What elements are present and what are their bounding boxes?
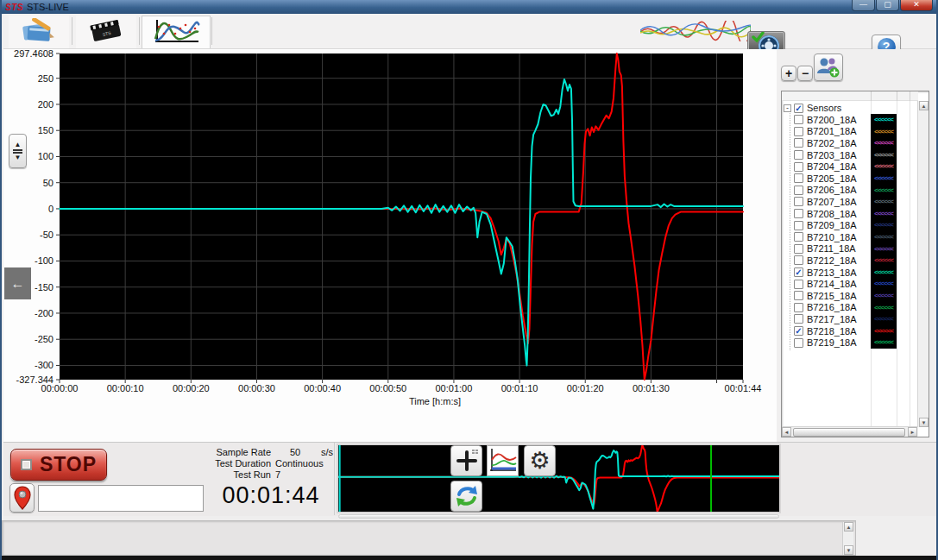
sensor-row[interactable]: B7211_18A: [794, 243, 856, 255]
minimize-button[interactable]: —: [852, 0, 875, 11]
sensor-label: B7212_18A: [807, 255, 857, 266]
trace-color-swatch: <<<<<<: [872, 137, 896, 149]
x-tick-label: 00:00:30: [238, 383, 275, 393]
sensor-row[interactable]: B7217_18A: [794, 313, 857, 325]
sensor-row[interactable]: B7200_18A: [794, 114, 857, 126]
close-button[interactable]: ✕: [900, 0, 933, 11]
collapse-expander-icon[interactable]: -: [784, 104, 791, 112]
settings-button[interactable]: ⚙: [524, 445, 556, 476]
sensor-list-vscrollbar[interactable]: ▲ ▼: [917, 101, 929, 427]
scroll-right-icon[interactable]: ►: [908, 427, 917, 437]
sensor-label: B7211_18A: [807, 243, 856, 254]
people-add-icon: [815, 55, 841, 79]
hscroll-thumb[interactable]: [793, 428, 905, 437]
sensor-row[interactable]: B7201_18A: [794, 126, 857, 138]
sensor-label: B7208_18A: [807, 209, 857, 219]
marker-text-input[interactable]: [38, 485, 204, 512]
sensor-checkbox[interactable]: [794, 138, 803, 148]
crosshair-icon: [454, 448, 480, 474]
sensor-checkbox[interactable]: [794, 232, 803, 242]
sensor-list-hscrollbar[interactable]: ◄ ►: [782, 426, 918, 437]
sensor-row[interactable]: B7210_18A: [794, 231, 857, 243]
sensor-checkbox[interactable]: [794, 115, 803, 124]
sensor-row[interactable]: B7215_18A: [794, 290, 857, 302]
sensor-checkbox[interactable]: [794, 162, 803, 172]
trace-color-swatch: <<<<<<: [872, 173, 896, 185]
sensor-row[interactable]: B7206_18A: [794, 185, 857, 197]
sensor-row[interactable]: B7219_18A: [794, 337, 857, 349]
sensor-tree-root[interactable]: - ✓ Sensors: [784, 102, 841, 114]
scroll-left-icon[interactable]: ◄: [782, 427, 791, 437]
tab-editor[interactable]: [9, 16, 69, 48]
titlebar: STS STS-LIVE — ▢ ✕: [2, 0, 936, 14]
zoom-out-button[interactable]: −: [797, 66, 813, 81]
sensor-row[interactable]: B7212_18A: [794, 255, 857, 267]
sensor-checkbox[interactable]: [794, 186, 803, 195]
maximize-button[interactable]: ▢: [876, 0, 899, 11]
main-chart[interactable]: 00:00:0000:00:1000:00:2000:00:3000:00:40…: [3, 49, 777, 442]
sensor-label: B7219_18A: [807, 337, 857, 348]
sensor-checkbox[interactable]: [794, 314, 803, 324]
trace-color-swatch: <<<<<<: [872, 114, 896, 126]
overview-chart[interactable]: [338, 445, 779, 512]
sensor-checkbox[interactable]: [794, 291, 803, 300]
spinner-grip: [13, 149, 22, 151]
sensor-checkbox[interactable]: [794, 150, 803, 160]
sensor-checkbox[interactable]: [794, 173, 803, 183]
sensor-checkbox[interactable]: [794, 221, 803, 230]
sensor-row[interactable]: B7214_18A: [794, 278, 857, 290]
sensor-checkbox[interactable]: [794, 127, 803, 136]
sensor-row[interactable]: B7207_18A: [794, 196, 857, 208]
marker-pin-button[interactable]: [9, 483, 35, 513]
scroll-down-icon[interactable]: ▼: [919, 418, 929, 427]
sensor-row[interactable]: B7208_18A: [794, 208, 857, 220]
sensor-checkbox[interactable]: [794, 338, 803, 348]
sensors-root-checkbox[interactable]: ✓: [794, 104, 803, 113]
sample-rate-unit: s/s: [321, 447, 333, 458]
graph-thumbnail-button[interactable]: [487, 445, 519, 476]
mini-graph-icon: [488, 446, 518, 475]
status-message-area[interactable]: ▲ ▼: [2, 520, 856, 556]
sensor-checkbox[interactable]: [794, 209, 803, 218]
scroll-up-icon[interactable]: ▲: [919, 101, 929, 110]
sensor-row[interactable]: B7203_18A: [794, 149, 857, 161]
stop-button[interactable]: STOP: [10, 449, 107, 481]
status-vscrollbar[interactable]: ▲ ▼: [842, 522, 853, 555]
sensor-row[interactable]: ✓B7213_18A: [794, 267, 857, 279]
sensor-checkbox[interactable]: ✓: [794, 326, 803, 336]
bottom-control-row: STOP Sample Rate 50 s/s Test Duration: [3, 442, 938, 516]
x-tick-label: 00:01:10: [501, 383, 538, 393]
test-duration-value: Continuous: [275, 458, 324, 469]
sensor-row[interactable]: ✓B7218_18A: [794, 325, 857, 337]
zoom-in-button[interactable]: +: [781, 66, 796, 81]
spinner-up-icon[interactable]: ▲: [15, 142, 22, 148]
trace-color-swatch: <<<<<<: [872, 126, 896, 138]
sensor-row[interactable]: B7204_18A: [794, 160, 857, 173]
add-sensor-group-button[interactable]: [814, 53, 843, 81]
overview-chart-panel[interactable]: [337, 444, 781, 513]
crosshair-cursor-button[interactable]: [450, 445, 482, 476]
window-bottom-edge: [2, 556, 938, 560]
overview-scrollbar[interactable]: [338, 514, 779, 519]
pan-left-button[interactable]: ←: [4, 267, 31, 299]
x-tick-label: 00:01:00: [436, 383, 473, 393]
spinner-down-icon[interactable]: ▼: [15, 154, 22, 160]
y-scale-spinner[interactable]: ▲ ▼: [9, 134, 27, 168]
sensor-row[interactable]: B7209_18A: [794, 219, 857, 231]
sensor-checkbox[interactable]: ✓: [794, 267, 803, 277]
sensor-checkbox[interactable]: [794, 244, 803, 254]
sensor-checkbox[interactable]: [794, 303, 803, 312]
main-chart-panel: 00:00:0000:00:1000:00:2000:00:3000:00:40…: [3, 49, 777, 442]
sensor-row[interactable]: B7216_18A: [794, 302, 857, 314]
sensor-checkbox[interactable]: [794, 255, 803, 265]
status-scroll-down-icon[interactable]: ▼: [844, 545, 853, 555]
tab-clapperboard[interactable]: STS: [76, 16, 136, 48]
sensor-row[interactable]: B7205_18A: [794, 173, 857, 185]
sensor-checkbox[interactable]: [794, 280, 803, 289]
tab-charts[interactable]: [142, 16, 211, 48]
status-scroll-up-icon[interactable]: ▲: [844, 522, 853, 532]
sensor-row[interactable]: B7202_18A: [794, 137, 857, 149]
refresh-button[interactable]: [450, 481, 482, 512]
sensor-checkbox[interactable]: [794, 197, 803, 206]
sensor-label: B7217_18A: [807, 314, 857, 324]
